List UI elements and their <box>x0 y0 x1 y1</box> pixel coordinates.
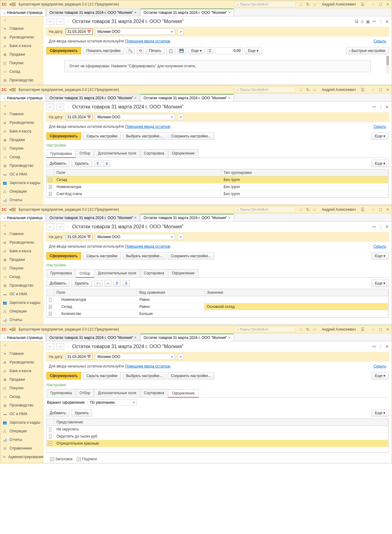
bell-icon[interactable]: ♤ <box>299 207 303 212</box>
menu-icon[interactable] <box>11 208 16 211</box>
favorite-icon[interactable]: ☆ <box>66 344 70 350</box>
open-org-button[interactable]: ↗ <box>177 114 184 120</box>
table-row[interactable]: Округлять до тысяч руб. <box>47 433 388 440</box>
maximize-icon[interactable]: ▢ <box>378 87 383 92</box>
org-select[interactable]: Молния ООО▾ <box>95 29 175 35</box>
sidebar-item[interactable]: ▣Продажи <box>0 255 43 264</box>
user-name[interactable]: Андрей Алексеевич <box>322 327 356 332</box>
tab-close-icon[interactable]: × <box>228 96 231 100</box>
dropdown-icon[interactable]: ▾ <box>9 2 11 7</box>
sidebar-item[interactable]: ◍Банк и касса <box>0 127 43 135</box>
tab-filter[interactable]: Отбор <box>76 149 94 158</box>
sidebar-item[interactable]: ◍Банк и касса <box>0 367 43 375</box>
sidebar-item[interactable]: ★Главное <box>0 349 43 358</box>
sidebar-item[interactable]: ★Главное <box>0 110 43 118</box>
tab-fields[interactable]: Дополнительные поля <box>94 149 140 158</box>
open-org-button[interactable]: ↗ <box>177 234 184 240</box>
forward-button[interactable]: → <box>56 223 64 230</box>
sidebar-item[interactable]: ДᵣОперации <box>0 187 43 196</box>
close-icon[interactable]: ✕ <box>385 2 390 7</box>
row-check[interactable] <box>47 433 54 440</box>
tab-fields[interactable]: Дополнительные поля <box>94 269 140 277</box>
choose-settings-button[interactable]: Выбрать настройки... <box>123 372 166 379</box>
maximize-icon[interactable]: ▢ <box>378 207 383 212</box>
bell-icon[interactable]: ♤ <box>299 327 303 332</box>
tab-close-icon[interactable]: × <box>228 336 231 340</box>
star-icon[interactable]: ☆ <box>313 327 317 332</box>
move-up-button[interactable]: ⇧ <box>113 280 121 287</box>
tab-sort[interactable]: Сортировка <box>140 149 168 158</box>
sb-hamburger[interactable]: ≡ <box>0 222 43 230</box>
sidebar-item[interactable]: 📊Отчеты <box>0 435 43 444</box>
sidebar-item-bank[interactable]: ◍Банк и касса <box>0 41 43 50</box>
row-check[interactable]: ✓ <box>47 183 54 190</box>
more-button-2[interactable]: Еще ▾ <box>245 47 262 54</box>
tab-close-icon[interactable]: × <box>228 10 231 15</box>
sidebar-item[interactable]: ▭Склад <box>0 273 43 281</box>
tab-grouping[interactable]: Группировка <box>46 269 76 277</box>
open-org-button[interactable]: ↗ <box>177 354 184 360</box>
tab-close-icon[interactable]: × <box>134 336 136 340</box>
more-button[interactable]: Еще ▾ <box>371 409 389 417</box>
minimize-icon[interactable]: – <box>370 207 376 212</box>
sidebar-item[interactable]: ▣Продажи <box>0 375 43 384</box>
uncheck-all-button[interactable]: ▫▫ <box>104 280 111 287</box>
global-search[interactable]: ⌕Поиск Ctrl+Shift+F <box>235 87 296 93</box>
row-check[interactable] <box>47 296 54 303</box>
refresh-button[interactable]: ⟲ <box>137 47 144 54</box>
find-button[interactable]: 🔍 <box>126 47 135 54</box>
sidebar-item[interactable]: ◉Руководителю <box>0 118 43 127</box>
calendar-icon[interactable]: 📅 <box>87 355 91 359</box>
table-row[interactable]: ✓ Отрицательное красным <box>47 440 388 447</box>
quick-settings-button[interactable]: ‹ Быстрые настройки <box>346 47 389 54</box>
delete-button[interactable]: Удалить <box>71 280 92 287</box>
link-icon[interactable]: ⚯ <box>372 104 376 109</box>
calendar-icon[interactable]: 📅 <box>87 115 91 119</box>
sidebar-item[interactable]: 📊Отчеты <box>0 196 43 204</box>
save-icon[interactable]: 🖫 <box>354 19 359 24</box>
sidebar-item-manager[interactable]: ◉Руководителю <box>0 33 43 41</box>
hint-link[interactable]: Помощник ввода остатков <box>125 364 170 368</box>
history-icon[interactable]: ↻ <box>306 2 310 7</box>
menu-icon[interactable] <box>11 88 16 91</box>
sidebar-item[interactable]: 📊Отчеты <box>0 316 43 324</box>
delete-button[interactable]: Удалить <box>71 409 92 417</box>
tab-1[interactable]: Остатки товаров 31 марта 2024 г. ООО "Мо… <box>46 334 140 341</box>
chevron-down-icon[interactable]: ▾ <box>133 400 135 405</box>
sidebar-item[interactable]: ▦Производство <box>0 281 43 290</box>
sidebar-item[interactable]: ▣Продажи <box>0 135 43 144</box>
more-icon[interactable]: ⋮ <box>378 344 383 349</box>
choose-settings-button[interactable]: Выбрать настройки... <box>123 132 166 140</box>
more-icon[interactable]: ⋮ <box>378 224 383 229</box>
sidebar-item[interactable]: ⚙Администрирование <box>0 453 43 461</box>
sidebar-item[interactable]: 🛒Покупки <box>0 384 43 392</box>
hide-link[interactable]: Скрыть <box>374 244 386 249</box>
tab-home[interactable]: ⌂Начальная страница <box>0 214 46 221</box>
check-all-button[interactable]: ✓▫ <box>94 280 103 287</box>
sidebar-item-sales[interactable]: ▣Продажи <box>0 50 43 59</box>
sb-hamburger[interactable]: ≡ <box>0 102 43 110</box>
minimize-icon[interactable]: – <box>370 87 376 92</box>
close-page-icon[interactable]: × <box>385 344 389 350</box>
sidebar-item-main[interactable]: ★Главное <box>0 24 43 33</box>
tab-filter[interactable]: Отбор <box>76 389 94 397</box>
variant-select[interactable]: По умолчанию▾ <box>88 399 137 406</box>
bell-icon[interactable]: ♤ <box>299 87 303 92</box>
dropdown-icon[interactable]: ▾ <box>9 327 11 332</box>
tab-close-icon[interactable]: × <box>134 216 136 220</box>
tab-grouping[interactable]: Группировка <box>46 389 76 397</box>
tab-home[interactable]: ⌂Начальная страница <box>0 334 46 341</box>
more-button-1[interactable]: Еще ▾ <box>188 47 205 54</box>
table-row[interactable]: Номенклатура Равно <box>47 296 388 303</box>
sb-hamburger[interactable]: ≡ <box>0 341 43 349</box>
settings-icon[interactable]: ☰ <box>361 207 365 212</box>
sidebar-item[interactable]: ★Главное <box>0 230 43 238</box>
sidebar-item[interactable]: ◉Руководителю <box>0 238 43 247</box>
hint-link[interactable]: Помощник ввода остатков <box>125 124 170 129</box>
generate-button[interactable]: Сформировать <box>46 132 81 140</box>
more-button[interactable]: Еще ▾ <box>371 252 389 260</box>
tab-fields[interactable]: Дополнительные поля <box>94 389 140 397</box>
sidebar-item[interactable]: ▬ОС и НМА <box>0 290 43 298</box>
save-settings-button[interactable]: Сохранить настройки... <box>168 252 214 260</box>
row-check[interactable]: ✓ <box>47 440 54 447</box>
